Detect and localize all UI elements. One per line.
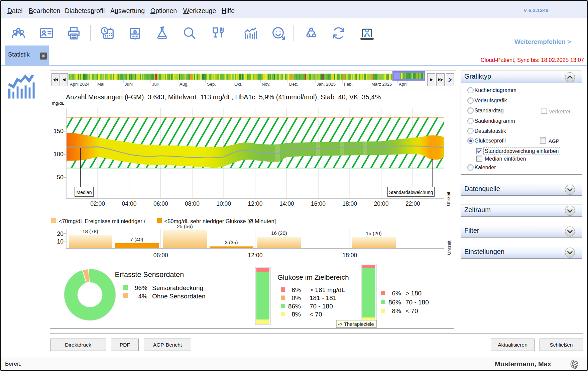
svg-text:18:00: 18:00 xyxy=(342,252,357,259)
svg-text:06:00: 06:00 xyxy=(153,200,168,207)
svg-text:86%: 86% xyxy=(388,299,401,306)
svg-text:Erfasste Sensordaten: Erfasste Sensordaten xyxy=(115,271,184,279)
svg-text:> 180: > 180 xyxy=(405,290,422,297)
svg-text:Uhrzeit: Uhrzeit xyxy=(446,192,451,206)
svg-text:10: 10 xyxy=(57,238,64,245)
svg-text:3 (35): 3 (35) xyxy=(225,240,238,245)
svg-text:mg/dL: mg/dL xyxy=(52,101,65,106)
svg-text:<50mg/dL sehr niedriger Glukos: <50mg/dL sehr niedriger Glukose [Ø Minut… xyxy=(164,218,276,224)
svg-text:<70mg/dL Ereignisse mit niedri: <70mg/dL Ereignisse mit niedriger / xyxy=(59,218,146,224)
svg-text:-> Therapieziele: -> Therapieziele xyxy=(338,321,374,327)
svg-text:< 70: < 70 xyxy=(405,307,418,314)
svg-text:20: 20 xyxy=(57,230,64,237)
svg-text:96%: 96% xyxy=(135,284,147,291)
svg-text:150: 150 xyxy=(53,128,64,134)
svg-text:18 (78): 18 (78) xyxy=(82,228,98,234)
svg-text:< 70: < 70 xyxy=(310,311,322,318)
svg-text:6%: 6% xyxy=(292,286,301,293)
svg-text:181 - 181: 181 - 181 xyxy=(310,294,336,301)
svg-text:Median: Median xyxy=(77,190,92,195)
svg-text:25 (56): 25 (56) xyxy=(177,223,193,229)
svg-text:16:00: 16:00 xyxy=(311,200,326,207)
svg-text:> 181 mg/dL: > 181 mg/dL xyxy=(310,286,345,293)
svg-text:15 (20): 15 (20) xyxy=(366,230,382,236)
svg-text:8%: 8% xyxy=(392,307,401,314)
svg-text:22:00: 22:00 xyxy=(405,200,420,207)
svg-text:Sensorabdeckung: Sensorabdeckung xyxy=(152,284,203,291)
svg-text:100: 100 xyxy=(53,151,64,158)
svg-text:20:00: 20:00 xyxy=(374,200,389,207)
svg-text:16 (20): 16 (20) xyxy=(271,230,287,236)
svg-text:7 (40): 7 (40) xyxy=(130,237,143,242)
svg-text:10:00: 10:00 xyxy=(216,200,231,207)
svg-text:Ohne Sensordaten: Ohne Sensordaten xyxy=(152,293,206,300)
svg-text:14:00: 14:00 xyxy=(279,200,294,207)
svg-text:Glukose im Zielbereich: Glukose im Zielbereich xyxy=(277,273,349,281)
svg-text:Standardabweichung: Standardabweichung xyxy=(389,190,433,195)
svg-text:4%: 4% xyxy=(138,293,148,300)
svg-text:70 - 180: 70 - 180 xyxy=(405,299,429,306)
svg-text:0%: 0% xyxy=(292,294,301,301)
svg-text:50: 50 xyxy=(57,174,64,181)
svg-text:08:00: 08:00 xyxy=(185,200,200,207)
svg-text:86%: 86% xyxy=(288,303,301,310)
svg-text:Uhrzeit: Uhrzeit xyxy=(447,241,452,255)
svg-text:06:00: 06:00 xyxy=(153,252,168,259)
svg-text:12:00: 12:00 xyxy=(248,252,263,259)
svg-text:6%: 6% xyxy=(392,290,401,297)
svg-text:12:00: 12:00 xyxy=(248,200,263,207)
svg-text:70 - 180: 70 - 180 xyxy=(310,303,333,310)
svg-text:18:00: 18:00 xyxy=(342,200,357,207)
svg-text:Anzahl Messungen (FGM): 3.643,: Anzahl Messungen (FGM): 3.643, Mittelwer… xyxy=(66,93,381,101)
svg-text:04:00: 04:00 xyxy=(122,200,137,207)
svg-text:8%: 8% xyxy=(292,311,301,318)
svg-text:02:00: 02:00 xyxy=(90,200,105,207)
